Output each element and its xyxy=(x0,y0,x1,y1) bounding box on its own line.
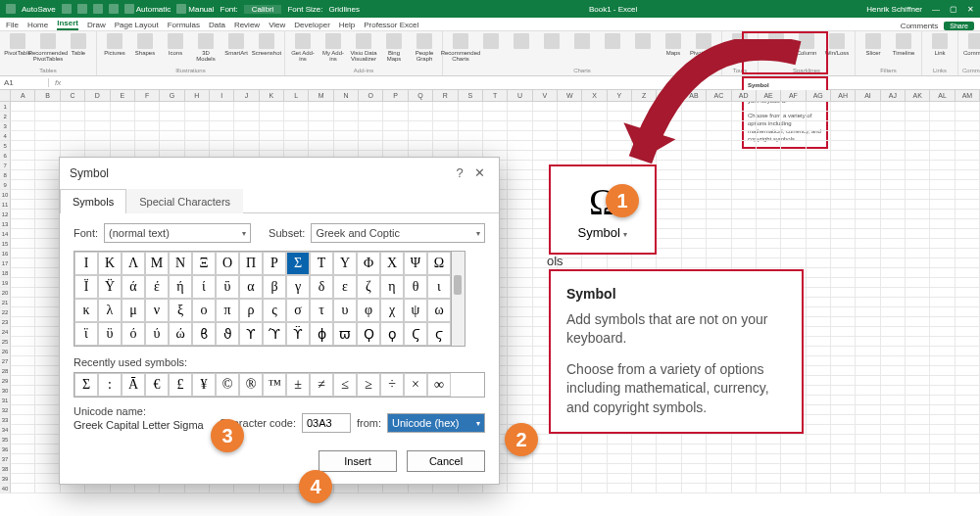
cell[interactable] xyxy=(582,151,607,161)
cell[interactable] xyxy=(956,229,980,239)
cell[interactable] xyxy=(508,366,532,376)
cell[interactable] xyxy=(707,121,731,131)
cell[interactable] xyxy=(11,298,35,307)
cell[interactable] xyxy=(160,141,184,151)
cell[interactable] xyxy=(508,347,532,356)
char-cell[interactable]: ί xyxy=(192,275,216,299)
cell[interactable] xyxy=(682,112,707,121)
cell[interactable] xyxy=(632,121,657,131)
cell[interactable] xyxy=(831,121,856,131)
col-head[interactable]: W xyxy=(558,90,582,102)
cell[interactable] xyxy=(781,112,806,121)
cell[interactable] xyxy=(11,376,35,386)
cell[interactable] xyxy=(111,112,135,121)
cell[interactable] xyxy=(732,464,757,474)
cell[interactable] xyxy=(906,386,930,396)
cell[interactable] xyxy=(807,454,831,464)
cell[interactable] xyxy=(582,258,607,268)
cell[interactable] xyxy=(807,161,831,170)
cell[interactable] xyxy=(956,298,980,307)
cell[interactable] xyxy=(930,347,955,356)
cell[interactable] xyxy=(956,484,980,493)
cell[interactable] xyxy=(284,112,309,121)
row-head[interactable]: 34 xyxy=(0,425,11,435)
cell[interactable] xyxy=(930,464,955,474)
recent-char-cell[interactable]: ≤ xyxy=(333,373,357,397)
cell[interactable] xyxy=(359,112,383,121)
row-head[interactable]: 17 xyxy=(0,258,11,268)
row-head[interactable]: 16 xyxy=(0,249,11,258)
recent-char-cell[interactable]: : xyxy=(98,373,122,397)
cell[interactable] xyxy=(930,170,955,180)
cell[interactable] xyxy=(508,268,532,278)
cell[interactable] xyxy=(657,474,681,484)
cell[interactable] xyxy=(781,180,806,190)
cell[interactable] xyxy=(35,445,60,454)
cell[interactable] xyxy=(807,229,831,239)
cell[interactable] xyxy=(906,464,930,474)
cell[interactable] xyxy=(35,239,60,249)
cell[interactable] xyxy=(334,102,359,112)
row-head[interactable]: 18 xyxy=(0,268,11,278)
cell[interactable] xyxy=(956,435,980,445)
cell[interactable] xyxy=(856,239,880,249)
cell[interactable] xyxy=(309,112,333,121)
cell[interactable] xyxy=(807,337,831,347)
cell[interactable] xyxy=(807,288,831,298)
cell[interactable] xyxy=(906,151,930,161)
char-cell[interactable]: Σ xyxy=(286,252,310,275)
cell[interactable] xyxy=(831,210,856,219)
comments-button[interactable]: Comments xyxy=(901,22,939,30)
cell[interactable] xyxy=(881,102,906,112)
ribbon-screenshot[interactable]: Screenshot xyxy=(253,33,280,56)
cell[interactable] xyxy=(956,288,980,298)
cell[interactable] xyxy=(35,435,60,445)
cell[interactable] xyxy=(881,200,906,210)
cell[interactable] xyxy=(682,484,707,493)
cell[interactable] xyxy=(906,454,930,464)
cell[interactable] xyxy=(582,102,607,112)
col-head[interactable]: AF xyxy=(781,90,806,102)
cell[interactable] xyxy=(856,366,880,376)
cell[interactable] xyxy=(682,454,707,464)
cell[interactable] xyxy=(881,347,906,356)
cell[interactable] xyxy=(831,112,856,121)
ribbon-link[interactable]: Link xyxy=(926,33,954,56)
cell[interactable] xyxy=(732,170,757,180)
cell[interactable] xyxy=(781,141,806,151)
cell[interactable] xyxy=(881,356,906,366)
cell[interactable] xyxy=(807,141,831,151)
cell[interactable] xyxy=(881,141,906,151)
col-head[interactable]: AI xyxy=(856,90,880,102)
dialog-tab-symbols[interactable]: Symbols xyxy=(60,189,126,213)
cell[interactable] xyxy=(831,396,856,405)
cell[interactable] xyxy=(856,268,880,278)
cell[interactable] xyxy=(906,337,930,347)
cell[interactable] xyxy=(508,464,532,474)
cell[interactable] xyxy=(930,454,955,464)
cell[interactable] xyxy=(11,121,35,131)
cell[interactable] xyxy=(807,190,831,200)
col-head[interactable]: AD xyxy=(732,90,757,102)
cell[interactable] xyxy=(707,454,731,464)
cell[interactable] xyxy=(732,258,757,268)
char-cell[interactable]: Ψ xyxy=(404,252,427,275)
cell[interactable] xyxy=(930,210,955,219)
char-cell[interactable]: ϒ xyxy=(239,322,263,346)
row-head[interactable]: 14 xyxy=(0,229,11,239)
ribbon-visio-data-visualizer[interactable]: Visio Data Visualizer xyxy=(350,33,377,62)
cell[interactable] xyxy=(881,366,906,376)
char-cell[interactable]: μ xyxy=(122,299,145,322)
cell[interactable] xyxy=(807,151,831,161)
cell[interactable] xyxy=(831,229,856,239)
cell[interactable] xyxy=(757,121,781,131)
cell[interactable] xyxy=(35,278,60,288)
cell[interactable] xyxy=(881,268,906,278)
cell[interactable] xyxy=(35,347,60,356)
ribbon-people-graph[interactable]: People Graph xyxy=(411,33,438,62)
row-head[interactable]: 24 xyxy=(0,327,11,337)
insert-button[interactable]: Insert xyxy=(318,450,397,472)
cell[interactable] xyxy=(657,219,681,229)
cell[interactable] xyxy=(732,200,757,210)
cell[interactable] xyxy=(185,141,210,151)
